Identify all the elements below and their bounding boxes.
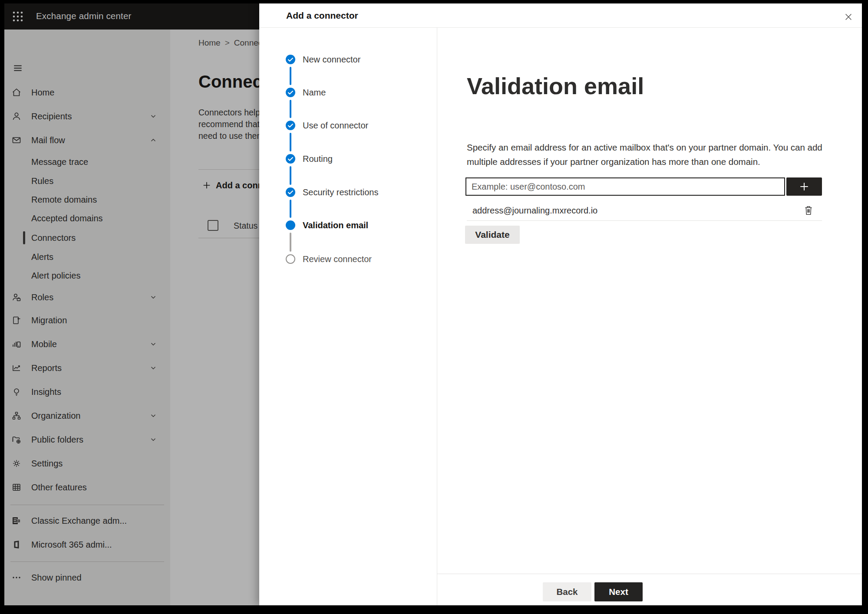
panel-header-divider: [259, 27, 862, 28]
step-validation-email[interactable]: Validation email: [259, 218, 433, 233]
panel-title: Add a connector: [286, 10, 358, 21]
step-use-of-connector[interactable]: Use of connector: [259, 118, 433, 133]
add-connector-panel: Add a connector New connector Name Use o…: [259, 3, 862, 605]
step-label: Security restrictions: [303, 187, 379, 197]
step-label: New connector: [303, 55, 360, 65]
step-connector-line: [290, 67, 291, 85]
added-address-row: address@journaling.mxrecord.io: [467, 200, 822, 220]
step-new-connector[interactable]: New connector: [259, 52, 433, 67]
step-label: Validation email: [303, 220, 368, 230]
panel-vertical-divider: [437, 27, 437, 605]
next-button[interactable]: Next: [594, 582, 643, 601]
step-label: Routing: [303, 154, 333, 164]
step-completed-check-icon: [286, 187, 295, 197]
step-label: Name: [303, 88, 326, 98]
step-connector-line: [290, 100, 291, 118]
step-current-icon: [286, 220, 295, 230]
step-routing[interactable]: Routing: [259, 151, 433, 166]
delete-address-button[interactable]: [803, 204, 815, 217]
step-upcoming-icon: [286, 254, 295, 264]
trash-icon: [803, 205, 814, 216]
validation-email-input[interactable]: [465, 177, 785, 196]
step-connector-line: [290, 200, 291, 218]
add-email-button[interactable]: [786, 177, 822, 196]
panel-footer-divider: [437, 574, 862, 574]
wizard-heading: Validation email: [467, 72, 644, 100]
validate-button[interactable]: Validate: [465, 226, 520, 244]
step-completed-check-icon: [286, 88, 295, 97]
address-row-divider: [467, 220, 822, 221]
step-label: Review connector: [303, 254, 372, 264]
wizard-description: Specify an email address for an active m…: [467, 140, 822, 169]
step-connector-line: [290, 166, 291, 185]
step-review-connector[interactable]: Review connector: [259, 252, 433, 266]
step-connector-line: [290, 133, 291, 151]
step-label: Use of connector: [303, 121, 368, 131]
step-security-restrictions[interactable]: Security restrictions: [259, 185, 433, 200]
added-address-text: address@journaling.mxrecord.io: [472, 200, 597, 220]
step-name[interactable]: Name: [259, 85, 433, 100]
step-completed-check-icon: [286, 121, 295, 130]
app-window: Exchange admin center Home Recipients Ma…: [4, 3, 862, 605]
step-completed-check-icon: [286, 154, 295, 164]
step-completed-check-icon: [286, 55, 295, 64]
step-connector-line: [290, 233, 291, 252]
close-icon[interactable]: [842, 10, 855, 23]
back-button[interactable]: Back: [543, 582, 591, 601]
plus-icon: [798, 181, 810, 193]
